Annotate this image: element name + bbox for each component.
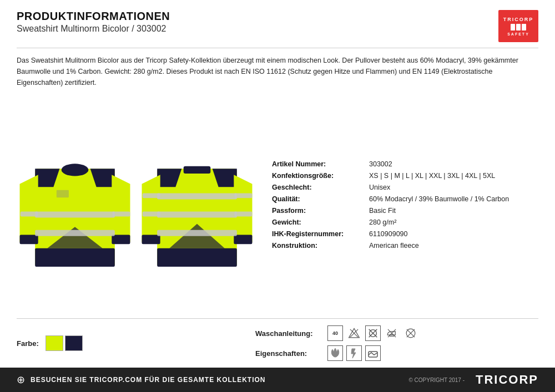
wash-properties-section: Waschanleitung: 40 [255,325,538,361]
spec-value-passform: Basic Fit [369,207,396,215]
footer: ⊕ BESUCHEN SIE TRICORP.COM FÜR DIE GESAM… [0,368,555,392]
logo-safety-text: SAFETY [507,32,529,36]
no-dryclean-icon [403,325,418,341]
spec-label-artikel: Artikel Nummer: [272,160,369,168]
svg-rect-11 [112,212,130,217]
svg-rect-28 [157,230,237,236]
svg-point-4 [62,164,89,176]
spec-row-passform: Passform: Basic Fit [272,207,544,215]
svg-rect-9 [35,212,115,218]
header-titles: PRODUKTINFORMATIONEN Sweatshirt Multinor… [17,10,170,34]
svg-rect-23 [234,235,252,245]
svg-rect-26 [234,193,252,198]
props-icons [327,345,381,361]
flame-icon [327,345,343,361]
footer-link-text[interactable]: BESUCHEN SIE TRICORP.COM FÜR DIE GESAMTE… [31,376,265,384]
logo-bar-1 [511,24,515,30]
spec-row-artikel: Artikel Nummer: 303002 [272,160,544,168]
svg-rect-16 [157,248,237,267]
color-swatch-yellow [46,335,63,351]
main-title: PRODUKTINFORMATIONEN [17,10,170,23]
wash-label: Waschanleitung: [255,329,322,338]
svg-rect-29 [157,212,237,218]
svg-rect-25 [143,193,160,198]
globe-icon: ⊕ [17,374,25,386]
specs-section: Artikel Nummer: 303002 Konfektionsgröße:… [255,93,555,318]
spec-value-gewicht: 280 g/m² [369,218,396,226]
spec-row-groesse: Konfektionsgröße: XS | S | M | L | XL | … [272,172,544,180]
props-row: Eigenschaften: [255,345,538,361]
spec-label-ihk: IHK-Registernummer: [272,230,369,238]
no-iron-icon [384,325,400,341]
spec-row-konstruktion: Konstruktion: American fleece [272,242,544,250]
spec-value-ihk: 6110909090 [369,230,408,238]
spec-value-groesse: XS | S | M | L | XL | XXL | 3XL | 4XL | … [369,172,495,180]
svg-rect-13 [35,230,115,236]
description: Das Sweatshirt Mulitnorm Bicolor aus der… [0,48,555,93]
spec-value-konstruktion: American fleece [369,242,419,250]
color-section: Farbe: [17,325,255,361]
svg-rect-14 [57,190,69,197]
spec-value-geschlecht: Unisex [369,184,390,191]
props-label: Eigenschaften: [255,349,322,358]
sweatshirt-front-svg [17,98,133,313]
footer-left: ⊕ BESUCHEN SIE TRICORP.COM FÜR DIE GESAM… [17,374,265,386]
waterproof-icon [365,345,381,361]
footer-copyright: © COPYRIGHT 2017 - [408,377,465,383]
svg-rect-10 [21,212,38,217]
wash-icon-40: 40 [327,325,343,341]
color-swatches [46,335,83,351]
spec-row-gewicht: Gewicht: 280 g/m² [272,218,544,226]
logo-bar-3 [522,24,526,30]
svg-rect-6 [20,235,38,245]
svg-rect-21 [142,235,160,245]
product-images [17,93,255,318]
spec-value-artikel: 303002 [369,160,392,168]
svg-rect-1 [35,248,115,267]
footer-brand: TRICORP [476,373,538,387]
color-swatch-navy [65,335,83,351]
spec-label-geschlecht: Geschlecht: [272,184,369,191]
bottom-section: Farbe: Waschanleitung: 40 [0,319,555,368]
page-wrapper: PRODUKTINFORMATIONEN Sweatshirt Multinor… [0,0,555,392]
spec-label-passform: Passform: [272,207,369,215]
color-label: Farbe: [17,339,39,348]
spec-label-gewicht: Gewicht: [272,218,369,226]
wash-row: Waschanleitung: 40 [255,325,538,341]
footer-right: © COPYRIGHT 2017 - TRICORP [408,373,538,387]
svg-rect-19 [184,166,211,174]
spec-row-geschlecht: Geschlecht: Unisex [272,184,544,191]
sub-title: Sweatshirt Multinorm Bicolor / 303002 [17,24,170,34]
spec-row-ihk: IHK-Registernummer: 6110909090 [272,230,544,238]
logo-box: TRICORP SAFETY [498,10,538,42]
no-tumble-icon [365,325,381,341]
logo-bars [511,24,526,30]
no-bleach-icon [346,325,362,341]
spec-label-groesse: Konfektionsgröße: [272,172,369,180]
electrostatic-icon [346,345,362,361]
content-area: Artikel Nummer: 303002 Konfektionsgröße:… [0,93,555,318]
header: PRODUKTINFORMATIONEN Sweatshirt Multinor… [0,0,555,48]
svg-rect-8 [112,235,130,245]
spec-label-qualitaet: Qualität: [272,195,369,203]
svg-rect-30 [143,212,160,217]
svg-rect-31 [234,212,252,217]
sweatshirt-back-svg [139,98,255,313]
logo-bar-2 [516,24,521,30]
wash-icons: 40 [327,325,418,341]
spec-value-qualitaet: 60% Modacryl / 39% Baumwolle / 1% Carbon [369,195,509,203]
spec-row-qualitaet: Qualität: 60% Modacryl / 39% Baumwolle /… [272,195,544,203]
svg-rect-24 [157,193,237,199]
logo-tricorp-text: TRICORP [503,17,534,22]
spec-label-konstruktion: Konstruktion: [272,242,369,250]
